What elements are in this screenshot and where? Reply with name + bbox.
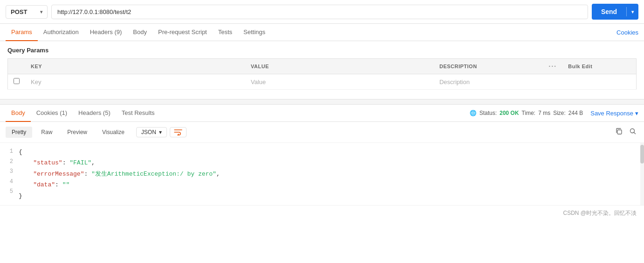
- response-meta: 🌐 Status: 200 OK Time: 7 ms Size: 244 B: [466, 110, 587, 116]
- value-col-header: VALUE: [245, 59, 434, 74]
- save-response-chevron-icon: ▾: [635, 110, 638, 117]
- tab-settings[interactable]: Settings: [238, 24, 271, 41]
- desc-cell[interactable]: Description: [434, 74, 534, 90]
- json-colon-2: :: [84, 171, 91, 178]
- watermark-text: CSDN @时光不染。回忆不淡: [563, 210, 637, 216]
- query-params-title: Query Params: [7, 47, 637, 54]
- send-chevron-icon[interactable]: ▾: [627, 9, 638, 14]
- method-select[interactable]: POST ▾: [6, 5, 48, 19]
- response-tab-headers[interactable]: Headers (5): [73, 105, 116, 122]
- line-num-3: 3: [0, 167, 13, 177]
- json-key-status: "status": [33, 159, 62, 166]
- view-pretty-button[interactable]: Pretty: [6, 127, 32, 138]
- view-visualize-button[interactable]: Visualize: [96, 127, 131, 138]
- json-brace-close: }: [19, 192, 22, 199]
- format-select[interactable]: JSON ▾: [136, 127, 167, 137]
- line-num-1: 1: [0, 147, 13, 157]
- response-body-area: 1 2 3 4 5 { "status": "FAIL", "errorMess…: [0, 143, 644, 205]
- globe-icon: 🌐: [470, 110, 477, 116]
- response-tab-body[interactable]: Body: [6, 105, 31, 122]
- status-code: 200 OK: [499, 110, 519, 116]
- json-brace-open: {: [19, 149, 22, 156]
- json-value-data: "": [62, 181, 70, 188]
- request-tabs: Params Authorization Headers (9) Body Pr…: [0, 24, 644, 41]
- save-response-label: Save Response: [590, 110, 633, 117]
- response-tab-test-results[interactable]: Test Results: [116, 105, 160, 122]
- format-chevron-icon: ▾: [159, 129, 162, 135]
- wrap-icon[interactable]: [170, 127, 187, 137]
- json-key-data: "data": [33, 181, 55, 188]
- line-num-4: 4: [0, 177, 13, 187]
- json-colon-1: :: [62, 159, 70, 166]
- three-dots-icon[interactable]: ···: [549, 63, 557, 70]
- scrollbar-thumb[interactable]: [640, 145, 644, 163]
- tab-body[interactable]: Body: [127, 24, 152, 41]
- json-body: 1 2 3 4 5 { "status": "FAIL", "errorMess…: [0, 143, 644, 205]
- code-content: { "status": "FAIL", "errorMessage": "发生A…: [19, 147, 644, 201]
- search-icon[interactable]: [627, 126, 638, 139]
- json-value-status: "FAIL": [69, 159, 91, 166]
- query-params-section: Query Params KEY VALUE DESCRIPTION ··· B…: [0, 41, 644, 90]
- view-preview-button[interactable]: Preview: [61, 127, 93, 138]
- method-chevron-icon: ▾: [40, 9, 42, 14]
- code-line-5: }: [19, 191, 644, 201]
- send-button[interactable]: Send ▾: [592, 4, 638, 20]
- params-table: KEY VALUE DESCRIPTION ··· Bulk Edit Key …: [7, 58, 637, 90]
- response-section: Body Cookies (1) Headers (5) Test Result…: [0, 105, 644, 221]
- method-label: POST: [11, 8, 27, 15]
- response-tabs-bar: Body Cookies (1) Headers (5) Test Result…: [0, 105, 644, 122]
- status-label: Status:: [479, 110, 497, 116]
- table-row: Key Value Description: [8, 74, 637, 90]
- actions-col-header: ···: [534, 59, 562, 74]
- desc-col-header: DESCRIPTION: [434, 59, 534, 74]
- key-cell[interactable]: Key: [25, 74, 245, 90]
- row-bulk: [562, 74, 636, 90]
- url-bar: POST ▾ Send ▾: [0, 0, 644, 24]
- line-num-5: 5: [0, 187, 13, 197]
- json-colon-3: :: [55, 181, 62, 188]
- panel-divider: [0, 99, 644, 105]
- bulk-edit-col-header[interactable]: Bulk Edit: [562, 59, 636, 74]
- value-cell[interactable]: Value: [245, 74, 434, 90]
- tab-prerequest[interactable]: Pre-request Script: [152, 24, 213, 41]
- row-actions: [534, 74, 562, 90]
- key-col-header: KEY: [25, 59, 245, 74]
- response-tab-cookies[interactable]: Cookies (1): [31, 105, 73, 122]
- tab-params[interactable]: Params: [6, 24, 38, 41]
- code-line-4: "data": "": [19, 179, 644, 190]
- time-value: 7 ms: [538, 110, 550, 116]
- time-label: Time:: [522, 110, 536, 116]
- code-line-3: "errorMessage": "发生ArithmeticException:/…: [19, 169, 644, 179]
- url-input[interactable]: [51, 5, 588, 19]
- line-num-2: 2: [0, 157, 13, 167]
- size-value: 244 B: [568, 110, 583, 116]
- code-line-2: "status": "FAIL",: [19, 157, 644, 168]
- format-label: JSON: [141, 129, 156, 135]
- watermark: CSDN @时光不染。回忆不淡: [0, 205, 644, 221]
- tab-tests[interactable]: Tests: [213, 24, 238, 41]
- code-line-1: {: [19, 147, 644, 157]
- svg-rect-0: [617, 130, 622, 134]
- copy-icon[interactable]: [613, 126, 624, 139]
- line-numbers: 1 2 3 4 5: [0, 147, 19, 201]
- json-key-error: "errorMessage": [33, 171, 84, 178]
- size-label: Size:: [553, 110, 566, 116]
- save-response-button[interactable]: Save Response ▾: [590, 110, 638, 117]
- checkbox-input[interactable]: [14, 78, 20, 84]
- view-raw-button[interactable]: Raw: [35, 127, 58, 138]
- send-label: Send: [592, 8, 626, 15]
- cookies-link[interactable]: Cookies: [616, 24, 638, 41]
- json-value-error: "发生ArithmeticException:/ by zero": [91, 171, 216, 178]
- tab-headers[interactable]: Headers (9): [84, 24, 128, 41]
- row-checkbox[interactable]: [8, 74, 26, 90]
- scrollbar-track[interactable]: [640, 143, 644, 205]
- tab-authorization[interactable]: Authorization: [38, 24, 84, 41]
- format-bar: Pretty Raw Preview Visualize JSON ▾: [0, 122, 644, 143]
- checkbox-col-header: [8, 59, 26, 74]
